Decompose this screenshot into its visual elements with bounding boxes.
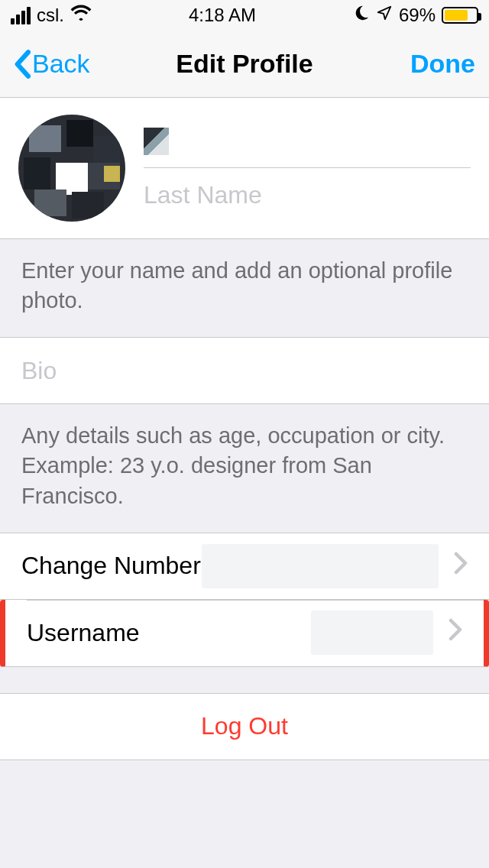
change-number-label: Change Number: [21, 552, 201, 580]
chevron-right-icon: [449, 618, 462, 647]
username-value-redacted: [311, 611, 433, 655]
carrier-label: csl.: [37, 5, 64, 26]
status-time: 4:18 AM: [189, 5, 256, 26]
battery-icon: [442, 7, 478, 24]
change-number-row[interactable]: Change Number: [0, 533, 489, 600]
avatar[interactable]: [18, 115, 125, 222]
status-right: 69%: [353, 5, 478, 26]
last-name-row[interactable]: [144, 168, 471, 222]
chevron-right-icon: [454, 552, 468, 581]
chevron-left-icon: [14, 50, 31, 79]
bio-help-text: Any details such as age, occupation or c…: [0, 404, 489, 532]
back-label: Back: [32, 49, 90, 79]
account-rows: Change Number Username: [0, 533, 489, 667]
logout-button[interactable]: Log Out: [0, 693, 489, 760]
first-name-value-redacted: [144, 128, 169, 155]
done-button[interactable]: Done: [410, 49, 475, 79]
nav-bar: Back Edit Profile Done: [0, 31, 489, 98]
username-label: Username: [27, 619, 140, 647]
do-not-disturb-icon: [353, 5, 370, 26]
battery-fill: [445, 10, 468, 21]
back-button[interactable]: Back: [14, 49, 90, 79]
status-left: csl.: [11, 5, 92, 26]
username-row[interactable]: Username: [0, 600, 489, 667]
logout-label: Log Out: [201, 712, 288, 740]
cellular-signal-icon: [11, 7, 31, 24]
location-icon: [376, 5, 393, 26]
last-name-input[interactable]: [144, 181, 471, 209]
name-fields: [144, 115, 471, 222]
bio-input[interactable]: [21, 357, 468, 385]
wifi-icon: [70, 5, 92, 26]
status-bar: csl. 4:18 AM 69%: [0, 0, 489, 31]
bio-row[interactable]: [0, 337, 489, 404]
name-help-text: Enter your name and add an optional prof…: [0, 239, 489, 337]
battery-percent: 69%: [399, 5, 436, 26]
first-name-row[interactable]: [144, 115, 471, 168]
phone-number-value-redacted: [202, 544, 439, 588]
profile-section: [0, 98, 489, 239]
first-name-input[interactable]: [175, 127, 471, 155]
